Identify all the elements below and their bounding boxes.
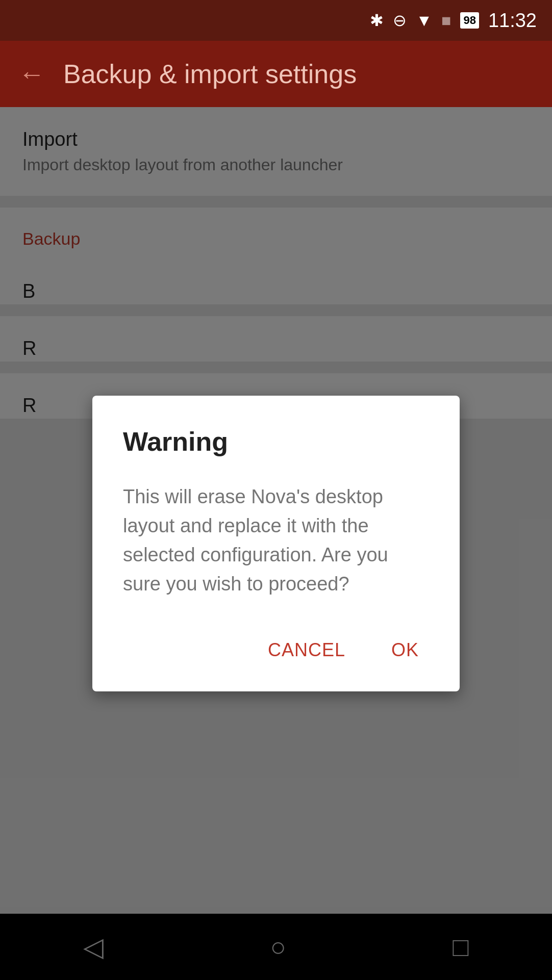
status-time: 11:32 — [488, 10, 537, 32]
status-icons: ✱ ⊖ ▼ ■ 98 11:32 — [370, 10, 537, 32]
dialog-buttons: CANCEL OK — [123, 634, 429, 666]
main-area: Import Import desktop layout from anothe… — [0, 107, 552, 980]
wifi-icon: ▼ — [416, 11, 432, 30]
signal-icon: ■ — [441, 11, 451, 30]
status-bar: ✱ ⊖ ▼ ■ 98 11:32 — [0, 0, 552, 41]
warning-dialog: Warning This will erase Nova's desktop l… — [92, 396, 460, 691]
app-bar: ← Backup & import settings — [0, 41, 552, 107]
back-button[interactable]: ← — [18, 59, 45, 89]
app-bar-title: Backup & import settings — [63, 59, 357, 89]
dialog-title: Warning — [123, 426, 429, 457]
dialog-overlay: Warning This will erase Nova's desktop l… — [0, 107, 552, 980]
dnd-icon: ⊖ — [393, 11, 407, 30]
dialog-message: This will erase Nova's desktop layout an… — [123, 482, 429, 599]
bluetooth-icon: ✱ — [370, 11, 384, 30]
ok-button[interactable]: OK — [381, 634, 429, 666]
cancel-button[interactable]: CANCEL — [258, 634, 356, 666]
battery-icon: 98 — [460, 12, 479, 29]
